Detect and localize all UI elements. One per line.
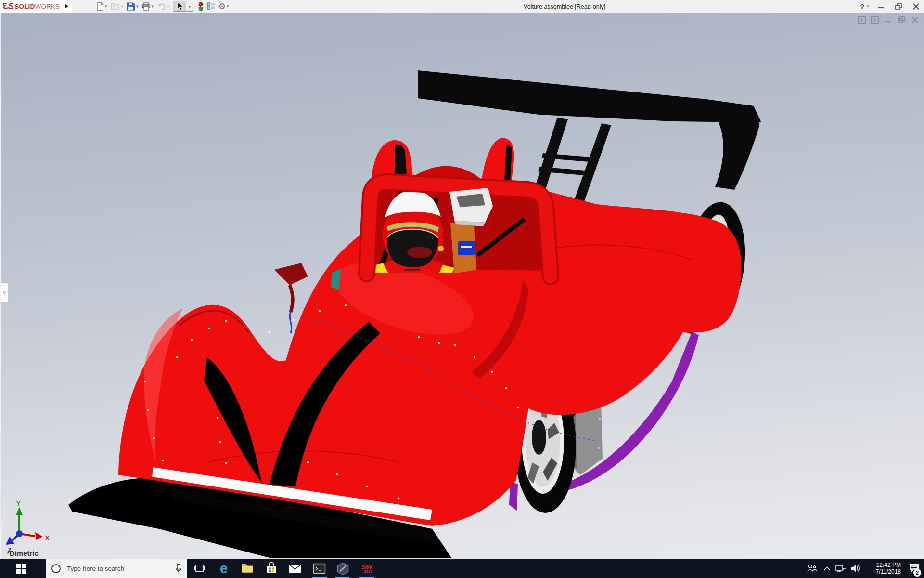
new-document-icon [96, 2, 104, 11]
taskbar-app-edge[interactable]: e [213, 559, 234, 578]
print-button[interactable]: ▾ [142, 2, 154, 11]
open-icon [111, 2, 120, 10]
window-minimize-button[interactable] [876, 1, 886, 11]
file-properties-button[interactable] [207, 2, 215, 10]
graphics-area[interactable]: Y X Z [0, 13, 924, 559]
microphone-icon[interactable] [175, 564, 182, 574]
dropdown-caret-icon[interactable]: ▾ [105, 4, 107, 9]
new-document-button[interactable]: ▾ [96, 2, 107, 11]
tray-chevron-icon[interactable] [820, 559, 834, 578]
window-restore-button[interactable] [893, 1, 904, 11]
view-orientation-label: *Dimetric [7, 549, 38, 557]
ds-brand-mark: 3S [4, 1, 13, 12]
start-button[interactable] [0, 559, 42, 578]
document-restore-button[interactable] [897, 16, 906, 24]
pane-previous-icon[interactable] [858, 16, 866, 24]
orientation-triad: Y X Z [6, 500, 50, 553]
dropdown-caret-icon[interactable]: ▾ [867, 4, 869, 9]
task-view-button[interactable] [189, 559, 210, 578]
feature-panel-tab[interactable] [1, 282, 8, 302]
help-icon: ? [860, 2, 864, 11]
screen: Y X Z *Dimetric [0, 0, 924, 578]
options-gear-icon: ⚙ [218, 2, 226, 11]
open-button[interactable]: ▾ [111, 2, 124, 10]
notification-badge: 2 [913, 569, 921, 577]
panel-tab-handle-icon [3, 291, 6, 294]
title-bar: 3S SOLIDWORKS ▾ ▾ ▾ ▾ ▾ [0, 0, 924, 13]
select-cursor-icon [176, 2, 183, 11]
cortana-icon [51, 564, 61, 573]
windows-logo-icon [16, 564, 26, 574]
dropdown-caret-icon[interactable]: ▾ [227, 4, 229, 9]
volume-icon[interactable] [848, 559, 863, 578]
clock-date[interactable]: 12:42 PM 7/11/2018 [863, 559, 905, 578]
undo-button: ▾ [157, 2, 169, 11]
system-tray: 12:42 PM 7/11/2018 [804, 559, 924, 578]
mail-icon [288, 563, 302, 574]
open-app-indicator [359, 577, 374, 578]
print-icon [142, 2, 151, 11]
flyout-arrow-icon [65, 4, 68, 9]
document-minimize-button[interactable] [884, 16, 892, 24]
open-app-indicator [312, 577, 327, 578]
triad-x-label: X [45, 534, 50, 541]
windows-taskbar: e SW 2017 [0, 559, 924, 578]
window-title: Voiture assomblee [Read-only] [524, 3, 605, 10]
save-button[interactable]: ▾ [127, 2, 139, 11]
taskbar-app-store[interactable] [261, 559, 282, 578]
select-tool-button[interactable]: ▾ [173, 1, 193, 12]
command-prompt-icon [313, 563, 326, 575]
model-3d-scene[interactable]: Y X Z [0, 13, 924, 559]
brand-name: SOLIDWORKS [14, 3, 60, 10]
task-view-icon [193, 562, 206, 575]
solidworks-app-icon: SW 2017 [361, 563, 372, 574]
taskbar-app-hexagon[interactable] [332, 559, 353, 578]
document-close-button[interactable] [911, 16, 919, 24]
dropdown-caret-icon[interactable]: ▾ [152, 4, 154, 9]
undo-icon [157, 2, 166, 11]
window-close-button[interactable] [911, 1, 921, 11]
rebuild-button[interactable] [198, 2, 204, 11]
pane-next-icon[interactable] [871, 16, 879, 24]
taskbar-app-mail[interactable] [284, 559, 306, 578]
quick-access-toolbar: ▾ ▾ ▾ ▾ ▾ ▾ [96, 0, 232, 13]
microsoft-store-icon [265, 562, 278, 575]
people-icon[interactable] [804, 559, 820, 578]
open-app-indicator [335, 577, 349, 578]
tray-date: 7/11/2018 [876, 568, 901, 575]
menu-flyout-button[interactable] [63, 2, 70, 10]
taskbar-app-file-explorer[interactable] [237, 559, 258, 578]
edge-icon: e [220, 562, 228, 576]
dropdown-caret-icon: ▾ [167, 4, 169, 9]
search-input[interactable] [67, 565, 175, 572]
save-icon [127, 2, 135, 11]
hexagon-app-icon [336, 562, 349, 575]
solidworks-logo: 3S SOLIDWORKS [0, 0, 72, 13]
tray-time: 12:42 PM [876, 562, 901, 568]
dropdown-caret-icon: ▾ [121, 4, 124, 9]
file-properties-icon [207, 2, 215, 10]
taskbar-app-solidworks[interactable]: SW 2017 [356, 559, 377, 578]
taskbar-app-command-prompt[interactable] [308, 559, 330, 578]
select-dropdown[interactable]: ▾ [186, 1, 193, 11]
rebuild-traffic-light-icon [198, 2, 204, 11]
triad-y-label: Y [16, 500, 21, 507]
taskbar-search[interactable] [46, 559, 187, 578]
options-button[interactable]: ⚙ ▾ [218, 2, 229, 11]
dropdown-caret-icon[interactable]: ▾ [136, 4, 139, 9]
file-explorer-icon [241, 563, 254, 574]
network-icon[interactable] [834, 559, 848, 578]
help-button[interactable]: ? ▾ [860, 2, 869, 11]
